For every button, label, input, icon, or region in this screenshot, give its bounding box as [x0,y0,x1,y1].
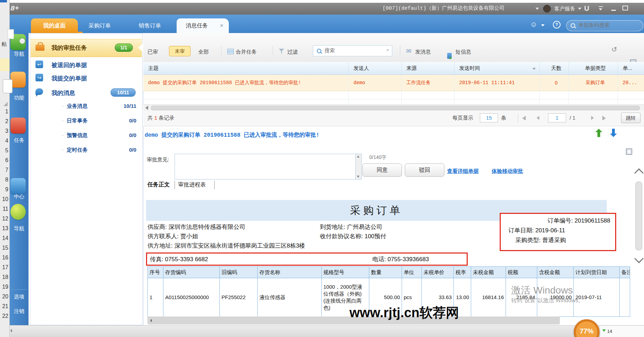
smiley-caret-icon[interactable] [541,24,545,26]
col-doc-type[interactable]: 单据类型 [569,62,618,75]
send-message-button[interactable]: 发消息 [415,49,431,55]
background-excel-strip: 粘 12345678910111213141516171819202122 [0,0,10,337]
excel-row-number: 9 [0,186,8,193]
customer-service-label[interactable]: 客户服务 [554,3,575,15]
dock-logout-label[interactable]: 注销 [9,308,29,315]
dock-task-label[interactable]: 任务 [9,137,29,144]
customer-service-icon[interactable] [543,5,551,13]
filter-audited-button[interactable]: 已审 [147,49,158,55]
service-caret-icon[interactable] [578,8,581,10]
menu-caret-icon[interactable] [599,8,602,10]
menu-icon[interactable] [599,6,603,7]
col-net-amount: 未税金额 [471,267,506,278]
doc-scroll-left-icon[interactable]: ‹ [150,317,152,324]
col-subject[interactable]: 主题 [143,62,348,75]
minimize-button[interactable] [611,10,616,11]
messages-table: 主题 发送人 来源 发送时间 天数 单据类型 单... demo 提交的采购订单… [143,62,644,108]
account-title: [007](default)（新）广州易达包装设备有限公司 [383,3,505,15]
tab-task-body[interactable]: 任务正文 [147,181,170,188]
sort-desc-icon[interactable] [532,68,536,70]
sms-button[interactable]: 短信息 [456,49,471,55]
tab-sales-order[interactable]: 销售订单 [131,18,168,33]
tab-approval-process[interactable]: 审批进程表 [178,181,206,188]
message-row[interactable]: demo 提交的采购订单 20190611588 已进入审批流，等待您的审批! … [143,75,644,91]
jump-button[interactable]: 跳转 [621,113,641,123]
filter-button[interactable]: 过滤 [287,49,298,55]
activate-sub-watermark: 转到"设置"以激活 Windows。 [511,297,584,304]
tab-purchase-order[interactable]: 采购订单 [81,18,118,33]
dock-center-label[interactable]: 中心 [9,193,29,200]
first-page-button[interactable] [522,116,526,121]
opinion-textarea[interactable] [175,154,356,179]
col-planned-date: 计划到货日期 [574,267,620,278]
dock-nav-label[interactable]: 导航 [9,51,29,57]
daily-affairs-label: 日常事务 [67,118,88,124]
tab-close-icon[interactable]: × [220,18,223,33]
dock-task-icon[interactable] [10,118,26,134]
cell-send-time: 2019-06-11 11:11:41 [454,75,539,91]
sidebar-subitem-timed-tasks[interactable]: · 定时任务 0/0 [31,145,142,156]
col-send-time[interactable]: 发送时间 [454,62,539,75]
tab-message-task[interactable]: 消息任务 × [177,18,229,33]
tab-my-desktop[interactable]: 我的桌面 [31,18,78,33]
smiley-icon[interactable]: ☺ [530,20,537,29]
message-search-input[interactable] [324,47,384,54]
textarea-scrollbar[interactable] [355,154,362,179]
mobile-approval-link[interactable]: 体验移动审批 [492,168,523,175]
toolbar-divider [221,46,222,55]
col-doc-no[interactable]: 单... [618,62,644,75]
scrollbar-thumb[interactable] [151,106,640,110]
sidebar-item-my-messages[interactable]: 我的消息 10/11 [31,86,142,99]
per-page-input[interactable]: 15 [480,113,498,122]
col-sender[interactable]: 发送人 [348,62,401,75]
col-source[interactable]: 来源 [401,62,454,75]
view-document-link[interactable]: 查看详细单据 [447,168,478,175]
agree-button[interactable]: 同意 [362,163,402,177]
sidebar-subitem-alert-info[interactable]: · 预警信息 0/0 [31,131,142,141]
merge-tasks-button[interactable]: 合并任务 [236,49,257,55]
last-page-button[interactable] [602,116,606,121]
dock-center-icon[interactable] [10,178,26,194]
scroll-left-icon[interactable] [145,106,148,110]
col-unit: 单位 [402,267,422,278]
messages-hscrollbar[interactable] [143,104,644,111]
cell-remark [620,278,630,317]
dock-function-label[interactable]: 功能 [9,95,29,101]
account-caret-icon[interactable] [536,8,539,10]
dock-nav2-label[interactable]: 导航 [9,225,29,232]
returned-doc-icon: ↩ [35,61,43,68]
filter-all-button[interactable]: 全部 [198,49,209,55]
sidebar-item-returned-docs[interactable]: ↩ 被退回的单据 [31,58,142,72]
maximize-detail-icon[interactable] [626,149,632,155]
prev-page-button[interactable] [537,116,539,120]
dock-collapse-icon[interactable]: ⌄ [19,38,25,44]
excel-row-number: 19 [0,284,8,290]
doc-payment: 收付款协议名称: 100预付 [320,232,386,240]
doc-contact: 供方联系人: 贾小姐 [147,232,198,240]
col-days[interactable]: 天数 [539,62,569,75]
doc-scrollbar-thumb[interactable] [635,182,642,250]
page-input[interactable]: 1 [548,113,566,122]
sidebar-item-submitted-docs[interactable]: ↪ 我提交的单据 [31,72,142,85]
items-header-row: 序号 存货编码 旧编码 存货名称 规格型号 数量 单位 未税单价 税率 未税金额… [148,267,630,278]
sidebar-subitem-business-msg[interactable]: · 业务消息 10/11 [31,102,142,112]
help-icon[interactable]: ? [553,21,561,29]
dock-nav2-icon[interactable] [10,204,26,220]
tab-message-task-label: 消息任务 [186,18,208,33]
sidebar-subitem-daily-affairs[interactable]: · 日常事务 0/0 [31,116,142,127]
col-tax-rate: 税率 [454,267,471,278]
scroll-down-icon[interactable] [357,176,360,178]
reject-button[interactable]: 驳回 [405,163,444,177]
dock-function-icon[interactable] [10,72,26,88]
barcode-search-input[interactable] [578,22,638,28]
dock-options-label[interactable]: 选项 [9,294,29,300]
clear-search-icon[interactable]: × [386,47,389,53]
restore-button[interactable] [622,6,628,10]
refresh-icon[interactable]: ↺ [611,45,617,54]
next-page-button[interactable] [591,116,594,120]
bottom-scroll-left-icon[interactable]: ‹ [10,327,13,334]
site-watermark: www.rjtj.cn软荐网 [349,304,459,322]
cell-seq: 1 [148,278,163,317]
filter-unaudited-button[interactable]: 未审 [169,46,191,56]
scroll-up-icon[interactable] [357,155,360,158]
